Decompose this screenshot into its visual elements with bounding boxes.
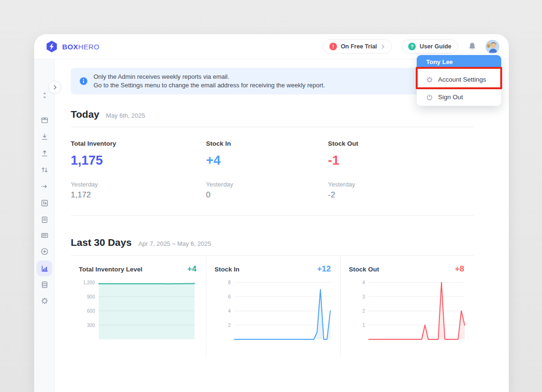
account-settings-menu-item[interactable]: Account Settings xyxy=(417,69,501,90)
stat-value: 1,175 xyxy=(71,153,206,168)
app-window: BOXHERO ! On Free Trial ? User Guide xyxy=(34,34,509,392)
chart-title: Total Inventory Level xyxy=(79,266,142,273)
main-content: Only the Admin receives weekly reports v… xyxy=(55,59,509,392)
last-30-days-charts: Total Inventory Level +4 3006009001,200 … xyxy=(71,256,474,356)
chart-change: +12 xyxy=(317,264,331,274)
user-avatar[interactable] xyxy=(486,40,499,54)
total-inventory-level-panel: Total Inventory Level +4 3006009001,200 xyxy=(71,256,206,356)
stat-label: Stock Out xyxy=(328,140,474,147)
barcode-label-icon[interactable] xyxy=(34,231,55,240)
svg-text:6: 6 xyxy=(228,294,231,299)
sign-out-menu-item[interactable]: Sign Out xyxy=(417,90,501,106)
today-stats: Total Inventory 1,175 Yesterday 1,172 St… xyxy=(71,127,474,200)
chevron-right-icon xyxy=(52,84,58,90)
expand-sidebar-button[interactable] xyxy=(48,81,61,93)
stock-in-panel: Stock In +12 2468 xyxy=(206,256,340,356)
banner-line1: Only the Admin receives weekly reports v… xyxy=(93,73,325,81)
stat-value: +4 xyxy=(206,153,328,168)
stock-out-chart: 1234 xyxy=(348,278,467,347)
add-circle-icon[interactable] xyxy=(34,247,55,256)
yesterday-label: Yesterday xyxy=(71,181,206,188)
yesterday-value: -2 xyxy=(328,190,474,200)
stock-in-stat: Stock In +4 Yesterday 0 xyxy=(206,140,328,200)
yesterday-label: Yesterday xyxy=(328,181,474,188)
bell-icon xyxy=(467,42,477,51)
free-trial-button[interactable]: ! On Free Trial xyxy=(323,39,392,54)
stock-in-chart: 2468 xyxy=(214,278,332,347)
svg-text:8: 8 xyxy=(228,280,231,285)
today-date: May 6th, 2025 xyxy=(106,112,145,119)
analytics-icon[interactable] xyxy=(37,261,52,276)
chart-title: Stock In xyxy=(215,266,240,273)
chart-change: +4 xyxy=(187,264,196,274)
notifications-button[interactable] xyxy=(467,42,477,51)
sign-out-label: Sign Out xyxy=(438,93,463,101)
box-items-icon[interactable] xyxy=(34,116,55,124)
chart-change: +8 xyxy=(455,264,464,274)
total-inventory-stat: Total Inventory 1,175 Yesterday 1,172 xyxy=(71,140,206,200)
svg-text:1: 1 xyxy=(362,323,365,328)
svg-text:4: 4 xyxy=(362,280,365,285)
banner-line2: Go to the Settings menu to change the em… xyxy=(93,81,325,90)
gear-icon xyxy=(426,76,433,84)
svg-text:2: 2 xyxy=(362,308,365,314)
svg-text:900: 900 xyxy=(87,294,95,299)
stock-in-icon[interactable] xyxy=(34,132,55,141)
adjust-icon[interactable] xyxy=(34,166,55,174)
purchase-order-icon[interactable] xyxy=(34,215,55,224)
last-30-days-heading: Last 30 Days xyxy=(71,237,131,248)
stock-out-stat: Stock Out -1 Yesterday -2 xyxy=(328,140,474,200)
boxhero-hexagon-bolt-icon xyxy=(46,40,58,53)
user-guide-button[interactable]: ? User Guide xyxy=(402,39,458,54)
admin-report-banner: Only the Admin receives weekly reports v… xyxy=(71,68,474,94)
question-icon: ? xyxy=(408,43,416,50)
yesterday-label: Yesterday xyxy=(206,181,328,188)
free-trial-label: On Free Trial xyxy=(341,43,377,50)
svg-text:3: 3 xyxy=(362,294,365,299)
stat-value: -1 xyxy=(328,153,474,168)
account-settings-label: Account Settings xyxy=(438,76,486,83)
power-icon xyxy=(426,93,433,101)
svg-text:600: 600 xyxy=(87,308,95,314)
chevron-right-icon xyxy=(381,44,385,49)
divider xyxy=(71,215,474,216)
stock-out-icon[interactable] xyxy=(34,149,55,158)
settings-icon[interactable] xyxy=(34,297,55,305)
user-name-header: Tony Lee xyxy=(417,55,501,69)
svg-text:300: 300 xyxy=(87,323,95,328)
stock-count-icon[interactable] xyxy=(34,199,55,207)
move-icon[interactable] xyxy=(34,182,55,191)
last-30-days-range: Apr 7, 2025 ~ May 6, 2025 xyxy=(138,240,211,247)
sidebar xyxy=(34,59,55,392)
data-center-icon[interactable] xyxy=(34,280,55,289)
yesterday-value: 0 xyxy=(206,190,328,200)
avatar-image xyxy=(486,40,499,54)
trial-alert-icon: ! xyxy=(329,43,337,50)
svg-text:2: 2 xyxy=(228,323,231,328)
stat-label: Total Inventory xyxy=(71,140,206,147)
chart-title: Stock Out xyxy=(349,266,379,273)
logo-text: BOXHERO xyxy=(62,43,100,51)
today-heading: Today xyxy=(71,109,99,120)
stock-out-panel: Stock Out +8 1234 xyxy=(340,256,474,356)
stat-label: Stock In xyxy=(206,140,328,147)
svg-text:4: 4 xyxy=(228,308,231,314)
user-guide-label: User Guide xyxy=(420,43,451,50)
info-icon xyxy=(79,77,88,85)
user-dropdown-menu: Tony Lee Account Settings Sign Out xyxy=(417,55,501,106)
total-inventory-level-chart: 3006009001,200 xyxy=(78,278,196,347)
yesterday-value: 1,172 xyxy=(71,190,206,200)
boxhero-logo[interactable]: BOXHERO xyxy=(46,40,100,53)
svg-text:1,200: 1,200 xyxy=(83,280,95,285)
